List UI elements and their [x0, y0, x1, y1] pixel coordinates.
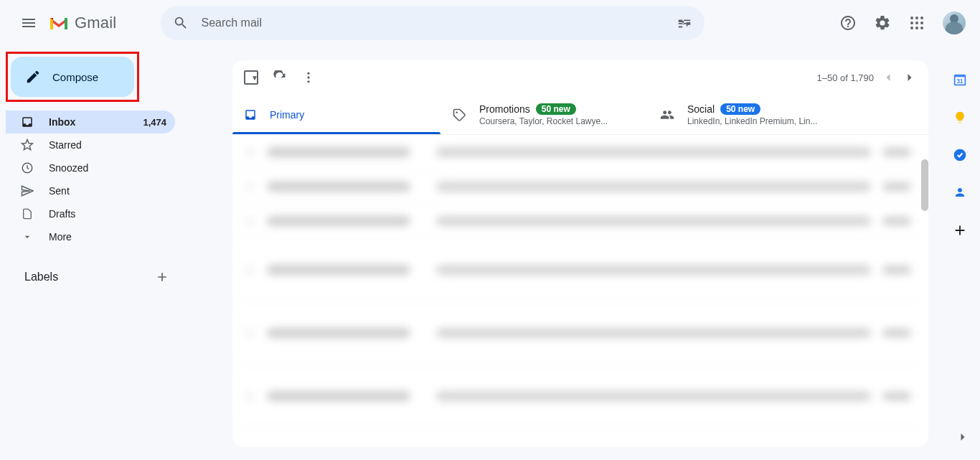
more-actions-button[interactable]: [301, 70, 316, 85]
gmail-logo-icon: [49, 15, 69, 31]
category-tabs: Primary Promotions 50 new Coursera, Tayl…: [232, 95, 928, 135]
search-bar[interactable]: [161, 6, 705, 40]
main-menu-button[interactable]: [11, 6, 46, 40]
chevron-down-icon: ▼: [251, 74, 258, 82]
tab-label: Social: [687, 103, 715, 115]
keep-addon[interactable]: [953, 111, 967, 125]
email-row[interactable]: ☆: [232, 238, 923, 301]
plus-icon: [155, 270, 169, 284]
hide-side-panel-button[interactable]: [956, 430, 970, 444]
tab-primary[interactable]: Primary: [232, 95, 440, 134]
svg-point-5: [920, 22, 923, 24]
svg-text:31: 31: [956, 78, 963, 85]
tasks-addon[interactable]: [953, 148, 967, 162]
tasks-icon: [953, 148, 967, 162]
pagination-text: 1–50 of 1,790: [816, 72, 874, 83]
more-vert-icon: [301, 70, 316, 85]
search-button[interactable]: [166, 9, 195, 37]
tab-promotions[interactable]: Promotions 50 new Coursera, Taylor, Rock…: [440, 95, 649, 134]
tab-label: Primary: [270, 109, 304, 121]
mail-panel: ▼ 1–50 of 1,790 Primary Promotions 50 ne…: [232, 60, 928, 447]
chevron-right-icon: [903, 70, 917, 85]
support-button[interactable]: [834, 9, 862, 37]
nav-list: Inbox 1,474 Starred Snoozed Sent Drafts …: [6, 111, 184, 248]
add-label-button[interactable]: [155, 270, 169, 284]
svg-point-0: [910, 17, 913, 19]
chevron-left-icon: [881, 70, 895, 85]
app-header: Gmail: [0, 0, 980, 46]
nav-drafts[interactable]: Drafts: [6, 202, 175, 225]
side-panel: 31: [940, 60, 980, 238]
star-icon: [20, 139, 34, 151]
account-avatar[interactable]: [943, 11, 966, 34]
email-row[interactable]: ☆: [232, 135, 923, 169]
gear-icon: [874, 14, 891, 32]
promotions-badge: 50 new: [536, 103, 576, 115]
svg-point-12: [307, 80, 309, 83]
search-input[interactable]: [201, 17, 670, 29]
svg-point-4: [915, 22, 918, 24]
email-list: ☆ ☆ ☆ ☆ ☆ ☆: [232, 135, 923, 447]
calendar-addon[interactable]: 31: [952, 72, 968, 88]
chevron-right-icon: [956, 430, 970, 444]
labels-title: Labels: [24, 271, 58, 283]
svg-point-11: [307, 76, 309, 78]
scrollbar[interactable]: [921, 159, 928, 211]
nav-label: Sent: [49, 185, 70, 197]
compose-button[interactable]: Compose: [11, 57, 134, 97]
people-icon: [660, 108, 674, 122]
inbox-tab-icon: [244, 108, 257, 121]
tune-icon: [677, 15, 692, 31]
get-addons-button[interactable]: [952, 222, 968, 238]
clock-icon: [20, 161, 34, 174]
pencil-icon: [25, 69, 41, 85]
email-row[interactable]: ☆: [232, 301, 923, 365]
contacts-addon[interactable]: [953, 185, 966, 200]
sidebar: Compose Inbox 1,474 Starred Snoozed Sent…: [0, 46, 184, 284]
labels-header: Labels: [6, 261, 184, 284]
tab-subtext: Coursera, Taylor, Rocket Lawye...: [479, 116, 608, 126]
tab-label: Promotions: [479, 103, 530, 115]
svg-point-8: [920, 27, 923, 29]
google-apps-button[interactable]: [903, 9, 931, 37]
apps-grid-icon: [910, 16, 924, 30]
inbox-icon: [20, 116, 34, 128]
tab-subtext: LinkedIn, LinkedIn Premium, Lin...: [687, 116, 817, 126]
mail-toolbar: ▼ 1–50 of 1,790: [232, 60, 928, 95]
settings-button[interactable]: [868, 9, 897, 37]
tab-social[interactable]: Social 50 new LinkedIn, LinkedIn Premium…: [649, 95, 857, 134]
tag-icon: [452, 108, 466, 122]
nav-sent[interactable]: Sent: [6, 179, 175, 202]
draft-icon: [20, 207, 34, 220]
email-row[interactable]: ☆: [232, 365, 923, 428]
refresh-button[interactable]: [273, 70, 287, 85]
prev-page-button[interactable]: [881, 70, 895, 85]
svg-point-7: [915, 27, 918, 29]
app-name: Gmail: [75, 14, 116, 32]
svg-point-3: [910, 22, 913, 24]
nav-label: More: [49, 231, 72, 243]
hamburger-icon: [20, 14, 37, 32]
svg-point-2: [920, 17, 923, 19]
svg-point-10: [307, 72, 309, 75]
email-row[interactable]: ☆: [232, 169, 923, 204]
nav-label: Inbox: [49, 116, 75, 128]
refresh-icon: [273, 70, 287, 85]
next-page-button[interactable]: [903, 70, 917, 85]
svg-point-1: [915, 17, 918, 19]
help-icon: [839, 14, 857, 32]
nav-inbox[interactable]: Inbox 1,474: [6, 111, 175, 133]
search-options-button[interactable]: [670, 9, 699, 37]
plus-icon: [952, 222, 968, 238]
nav-starred[interactable]: Starred: [6, 133, 175, 156]
keep-icon: [953, 111, 967, 125]
nav-more[interactable]: More: [6, 225, 175, 248]
email-row[interactable]: ☆: [232, 204, 923, 238]
select-all[interactable]: ▼: [244, 70, 258, 85]
nav-label: Drafts: [49, 208, 75, 220]
header-actions: [834, 9, 974, 37]
gmail-logo[interactable]: Gmail: [49, 14, 116, 32]
nav-snoozed[interactable]: Snoozed: [6, 156, 175, 179]
pagination: 1–50 of 1,790: [816, 70, 917, 85]
social-badge: 50 new: [720, 103, 760, 115]
